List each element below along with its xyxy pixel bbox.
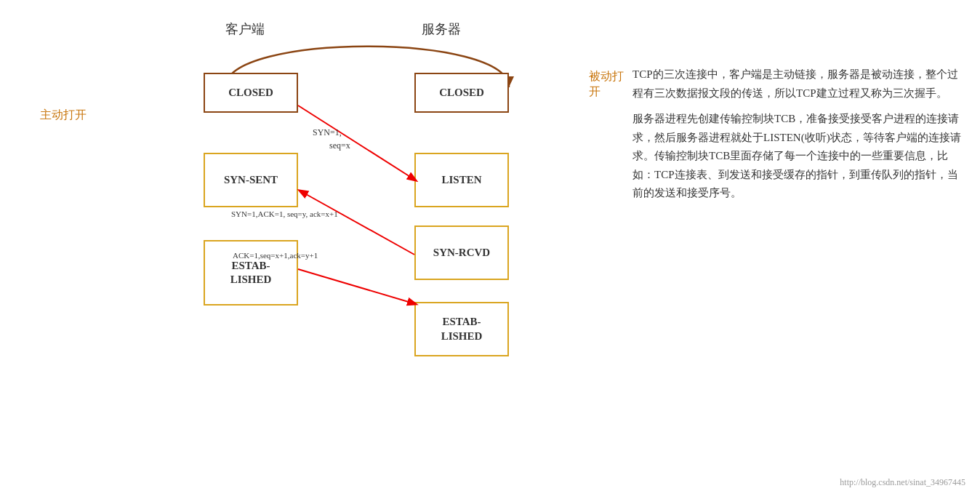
label-passive-open: 被动打开: [589, 69, 625, 100]
server-syn-rcvd-box: SYN-RCVD: [414, 225, 509, 280]
svg-line-2: [298, 105, 416, 180]
client-syn-sent-box: SYN-SENT: [204, 153, 298, 207]
label-server: 服务器: [422, 20, 461, 38]
svg-line-3: [300, 191, 414, 255]
client-established-line1: ESTAB-: [230, 259, 272, 274]
server-closed-box: CLOSED: [414, 73, 509, 113]
label-active-open: 主动打开: [40, 108, 87, 123]
server-listen-box: LISTEN: [414, 153, 509, 207]
msg1-label: SYN=1,: [313, 127, 342, 138]
client-established-box: ESTAB- LISHED: [204, 240, 298, 306]
diagram-area: 客户端 服务器 主动打开 被动打开 CLOSED CLOSED SYN-SENT…: [0, 0, 625, 499]
watermark: http://blog.csdn.net/sinat_34967445: [840, 477, 965, 488]
top-curve-arrow: [0, 0, 625, 145]
server-established-box: ESTAB- LISHED: [414, 302, 509, 356]
client-established-line2: LISHED: [230, 273, 272, 287]
msg2-label: SYN=1,ACK=1, seq=y, ack=x+1: [231, 209, 338, 218]
description-panel: TCP的三次连接中，客户端是主动链接，服务器是被动连接，整个过程有三次数据报文段…: [632, 65, 967, 203]
server-established-line2: LISHED: [441, 330, 483, 344]
server-established-line1: ESTAB-: [441, 315, 483, 330]
msg3-label: ACK=1,seq=x+1,ack=y+1: [233, 251, 318, 260]
label-client: 客户端: [225, 20, 265, 38]
msg1b-label: seq=x: [329, 140, 350, 151]
arrows-svg: [0, 0, 625, 499]
client-closed-box: CLOSED: [204, 73, 298, 113]
svg-line-4: [298, 269, 416, 304]
description-para2: 服务器进程先创建传输控制块TCB，准备接受接受客户进程的连接请求，然后服务器进程…: [632, 110, 967, 203]
description-para1: TCP的三次连接中，客户端是主动链接，服务器是被动连接，整个过程有三次数据报文段…: [632, 65, 967, 103]
